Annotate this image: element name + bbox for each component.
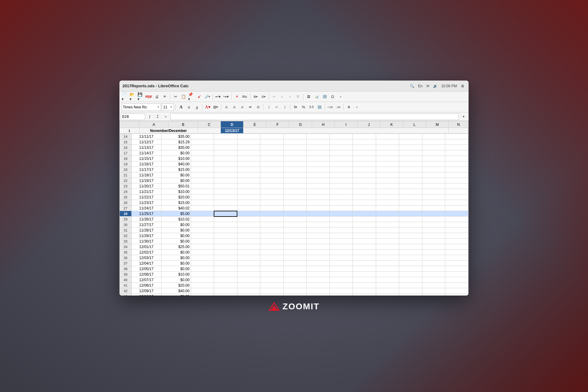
cell-A28[interactable]: 11/25/17 xyxy=(131,211,161,217)
cell-D25[interactable] xyxy=(214,194,237,200)
cell-C25[interactable] xyxy=(191,194,214,200)
cell-C26[interactable] xyxy=(191,200,214,205)
cell-I24[interactable] xyxy=(330,189,352,194)
cell-L22[interactable] xyxy=(399,178,422,183)
cell-N32[interactable] xyxy=(445,233,468,239)
cell-H35[interactable] xyxy=(307,250,330,255)
cell-F21[interactable] xyxy=(260,172,283,178)
cell-D14[interactable] xyxy=(214,134,237,139)
cell-H26[interactable] xyxy=(307,200,330,205)
cell-C32[interactable] xyxy=(191,233,214,239)
cell-E37[interactable] xyxy=(237,261,260,266)
col-header-H[interactable]: H xyxy=(312,121,334,128)
cell-G43[interactable] xyxy=(283,294,306,296)
cell-C21[interactable] xyxy=(191,172,214,178)
cell-N35[interactable] xyxy=(445,250,468,255)
cell-L31[interactable] xyxy=(399,228,422,233)
cell-E38[interactable] xyxy=(237,266,260,272)
cell-B28[interactable]: $5.00 xyxy=(161,211,191,217)
cell-H37[interactable] xyxy=(307,261,330,266)
cell-D42[interactable] xyxy=(214,288,237,294)
cell-K34[interactable] xyxy=(376,244,399,250)
cell-G16[interactable] xyxy=(283,145,306,150)
cell-G40[interactable] xyxy=(283,277,306,283)
cell-L27[interactable] xyxy=(399,205,422,211)
cell-D20[interactable] xyxy=(214,167,237,172)
cell-M17[interactable] xyxy=(422,150,445,156)
cell-K35[interactable] xyxy=(376,250,399,255)
cell-I32[interactable] xyxy=(330,233,352,239)
cell-D26[interactable] xyxy=(214,200,237,205)
cell-A15[interactable]: 11/12/17 xyxy=(131,139,161,145)
cell-H20[interactable] xyxy=(307,167,330,172)
cell-E41[interactable] xyxy=(237,283,260,288)
cell-A26[interactable]: 11/23/17 xyxy=(131,200,161,205)
cell-N26[interactable] xyxy=(445,200,468,205)
border-left-button[interactable]: | xyxy=(265,104,273,111)
cell-N31[interactable] xyxy=(445,228,468,233)
cell-L20[interactable] xyxy=(399,167,422,172)
cell-C28[interactable] xyxy=(191,211,214,217)
cell-B24[interactable]: $10.00 xyxy=(161,189,191,194)
merge-button[interactable]: ⊟ xyxy=(254,104,262,111)
cell-A38[interactable]: 12/05/17 xyxy=(131,266,161,272)
cell-D18[interactable] xyxy=(214,156,237,161)
cell-L15[interactable] xyxy=(399,139,422,145)
cell-B37[interactable]: $0.00 xyxy=(161,261,191,266)
cell-I23[interactable] xyxy=(330,183,352,189)
cell-D39[interactable] xyxy=(214,272,237,277)
cell-F20[interactable] xyxy=(260,167,283,172)
cell-N33[interactable] xyxy=(445,239,468,244)
cell-A39[interactable]: 12/06/17 xyxy=(131,272,161,277)
cell-E21[interactable] xyxy=(237,172,260,178)
underline-button[interactable]: a xyxy=(193,104,201,111)
filter-button[interactable]: ▽ xyxy=(294,93,302,100)
cell-J25[interactable] xyxy=(353,194,376,200)
cell-J27[interactable] xyxy=(353,205,376,211)
cell-A23[interactable]: 11/20/17 xyxy=(131,183,161,189)
cell-J37[interactable] xyxy=(353,261,376,266)
cell-E43[interactable] xyxy=(237,294,260,296)
cell-L17[interactable] xyxy=(399,150,422,156)
cell-K19[interactable] xyxy=(376,161,399,167)
cell-F43[interactable] xyxy=(260,294,283,296)
cell-M24[interactable] xyxy=(422,189,445,194)
col-header-B[interactable]: B xyxy=(168,121,198,128)
cell-L43[interactable] xyxy=(399,294,422,296)
cell-A16[interactable]: 11/13/17 xyxy=(131,145,161,150)
list-button[interactable]: ≣ xyxy=(345,104,352,111)
cell-F32[interactable] xyxy=(260,233,283,239)
cell-H43[interactable] xyxy=(307,294,330,296)
cell-J32[interactable] xyxy=(353,233,376,239)
col-header-G[interactable]: G xyxy=(289,121,312,128)
cell-A35[interactable]: 12/02/17 xyxy=(131,250,161,255)
cell-D40[interactable] xyxy=(214,277,237,283)
cell-L41[interactable] xyxy=(399,283,422,288)
italic-button[interactable]: a xyxy=(185,104,193,111)
cell-I21[interactable] xyxy=(330,172,352,178)
cell-H27[interactable] xyxy=(307,205,330,211)
cell-M37[interactable] xyxy=(422,261,445,266)
function-wizard-button[interactable]: ƒ xyxy=(146,113,153,120)
cell-J22[interactable] xyxy=(353,178,376,183)
cell-M29[interactable] xyxy=(422,217,445,222)
cell-C1[interactable] xyxy=(198,128,221,134)
cell-D38[interactable] xyxy=(214,266,237,272)
cell-A40[interactable]: 12/07/17 xyxy=(131,277,161,283)
cell-I15[interactable] xyxy=(330,139,352,145)
cell-L33[interactable] xyxy=(399,239,422,244)
cell-F22[interactable] xyxy=(260,178,283,183)
cell-C35[interactable] xyxy=(191,250,214,255)
cell-H38[interactable] xyxy=(307,266,330,272)
cell-N19[interactable] xyxy=(445,161,468,167)
cell-F33[interactable] xyxy=(260,239,283,244)
cell-H23[interactable] xyxy=(307,183,330,189)
cell-J41[interactable] xyxy=(353,283,376,288)
cell-G30[interactable] xyxy=(283,222,306,228)
cell-H16[interactable] xyxy=(307,145,330,150)
cell-K36[interactable] xyxy=(376,255,399,261)
cell-F24[interactable] xyxy=(260,189,283,194)
cell-C18[interactable] xyxy=(191,156,214,161)
cell-L30[interactable] xyxy=(399,222,422,228)
cell-E32[interactable] xyxy=(237,233,260,239)
